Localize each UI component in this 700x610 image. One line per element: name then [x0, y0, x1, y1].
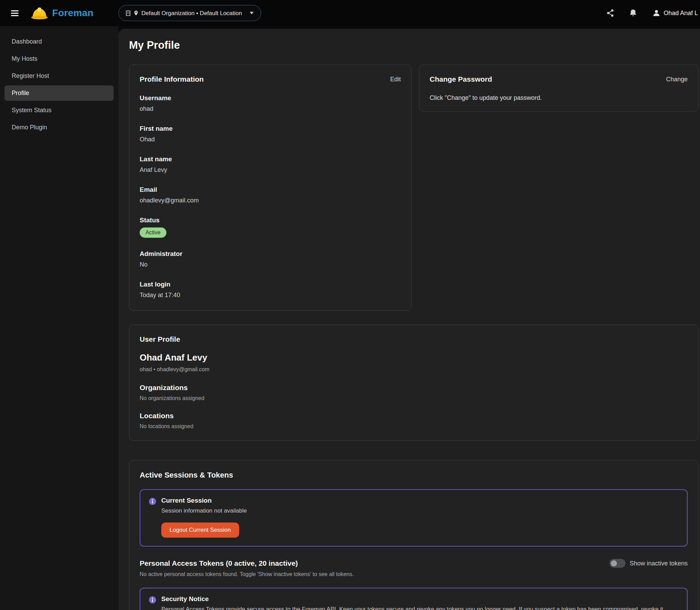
show-inactive-tokens-control: Show inactive tokens	[609, 559, 688, 568]
sidebar-item-demo-plugin[interactable]: Demo Plugin	[4, 120, 114, 135]
field-status: Status Active	[140, 216, 401, 238]
current-session-title: Current Session	[161, 497, 247, 504]
card-title: User Profile	[140, 335, 688, 343]
field-last-name: Last name Anaf Levy	[140, 155, 401, 174]
field-label: Status	[140, 216, 401, 224]
show-inactive-tokens-toggle[interactable]	[609, 559, 626, 568]
current-session-text: Session information not available	[161, 507, 247, 514]
sidebar-item-dashboard[interactable]: Dashboard	[4, 34, 114, 49]
field-label: Username	[140, 94, 401, 102]
security-notice-text: Personal Access Tokens provide secure ac…	[161, 606, 679, 610]
top-bar: Foreman Default Organization • Default L…	[0, 0, 700, 26]
brand-name: Foreman	[52, 8, 93, 19]
change-link[interactable]: Change	[666, 76, 688, 83]
toggle-knob	[611, 560, 617, 566]
field-value: ohad	[140, 105, 401, 113]
tokens-heading: Personal Access Tokens (0 active, 20 ina…	[140, 559, 298, 567]
tokens-header: Personal Access Tokens (0 active, 20 ina…	[140, 559, 688, 568]
sidebar-item-register-host[interactable]: Register Host	[4, 68, 114, 84]
security-notice-box: Security Notice Personal Access Tokens p…	[140, 588, 688, 610]
field-label: Email	[140, 186, 401, 193]
top-cards-row: Profile Information Edit Username ohad F…	[129, 64, 698, 311]
context-selector-label: Default Organization • Default Location	[141, 10, 242, 16]
card-title: Profile Information	[140, 75, 204, 83]
field-label: First name	[140, 125, 401, 132]
field-first-name: First name Ohad	[140, 125, 401, 143]
page-title: My Profile	[129, 39, 698, 51]
user-subtitle: ohad • ohadlevy@gmail.com	[140, 366, 688, 373]
field-email: Email ohadlevy@gmail.com	[140, 186, 401, 204]
context-selector[interactable]: Default Organization • Default Location	[118, 5, 261, 21]
share-icon	[607, 9, 614, 17]
user-icon	[653, 9, 660, 17]
field-value: No	[140, 261, 401, 268]
field-value: Ohad	[140, 136, 401, 143]
security-notice-title: Security Notice	[161, 595, 679, 603]
user-menu[interactable]: Ohad Anaf L	[651, 9, 700, 17]
toggle-label: Show inactive tokens	[630, 560, 688, 567]
chevron-down-icon	[249, 12, 254, 15]
locations-heading: Locations	[140, 412, 688, 420]
field-label: Last login	[140, 281, 401, 288]
menu-toggle-button[interactable]	[8, 6, 21, 20]
field-label: Last name	[140, 155, 401, 163]
location-icon	[133, 10, 139, 16]
locations-text: No locations assigned	[140, 423, 688, 430]
sidebar-item-my-hosts[interactable]: My Hosts	[4, 51, 114, 67]
field-value: Anaf Levy	[140, 166, 401, 174]
field-value: Today at 17:40	[140, 292, 401, 299]
sessions-tokens-card: Active Sessions & Tokens Current Session…	[129, 460, 698, 610]
logout-current-session-button[interactable]: Logout Current Session	[161, 523, 239, 538]
tokens-empty-text: No active personal access tokens found. …	[140, 571, 688, 577]
field-administrator: Administrator No	[140, 250, 401, 268]
card-title: Change Password	[430, 75, 492, 83]
topbar-actions: Ohad Anaf L	[598, 8, 700, 19]
app-body: Dashboard My Hosts Register Host Profile…	[0, 26, 700, 610]
field-username: Username ohad	[140, 94, 401, 113]
card-title: Active Sessions & Tokens	[140, 471, 688, 480]
card-header: Change Password Change	[430, 75, 688, 83]
security-notice-content: Security Notice Personal Access Tokens p…	[161, 595, 679, 610]
organizations-text: No organizations assigned	[140, 395, 688, 401]
field-label: Administrator	[140, 250, 401, 258]
info-icon	[149, 497, 156, 505]
sidebar-item-system-status[interactable]: System Status	[4, 103, 114, 118]
organizations-heading: Organizations	[140, 384, 688, 392]
user-name: Ohad Anaf L	[664, 10, 698, 17]
edit-link[interactable]: Edit	[390, 76, 401, 83]
sidebar: Dashboard My Hosts Register Host Profile…	[0, 26, 118, 610]
instances-button[interactable]	[605, 8, 616, 19]
foreman-logo-icon	[30, 6, 49, 20]
bell-icon	[629, 9, 637, 17]
status-badge: Active	[140, 227, 166, 238]
change-password-hint: Click "Change" to update your password.	[430, 94, 688, 102]
current-session-box: Current Session Session information not …	[140, 489, 688, 547]
brand[interactable]: Foreman	[30, 6, 93, 20]
main-content: My Profile Profile Information Edit User…	[118, 29, 700, 610]
card-header: Profile Information Edit	[140, 75, 401, 83]
change-password-card: Change Password Change Click "Change" to…	[419, 64, 698, 112]
field-value: ohadlevy@gmail.com	[140, 197, 401, 204]
user-profile-card: User Profile Ohad Anaf Levy ohad • ohadl…	[129, 325, 698, 441]
sidebar-item-profile[interactable]: Profile	[4, 85, 114, 101]
organization-icon	[126, 10, 131, 16]
user-full-name: Ohad Anaf Levy	[140, 352, 688, 363]
hamburger-icon	[11, 10, 19, 11]
current-session-content: Current Session Session information not …	[161, 497, 247, 538]
profile-information-card: Profile Information Edit Username ohad F…	[129, 64, 411, 311]
info-icon	[149, 596, 156, 604]
notifications-button[interactable]	[628, 8, 638, 19]
field-last-login: Last login Today at 17:40	[140, 281, 401, 299]
